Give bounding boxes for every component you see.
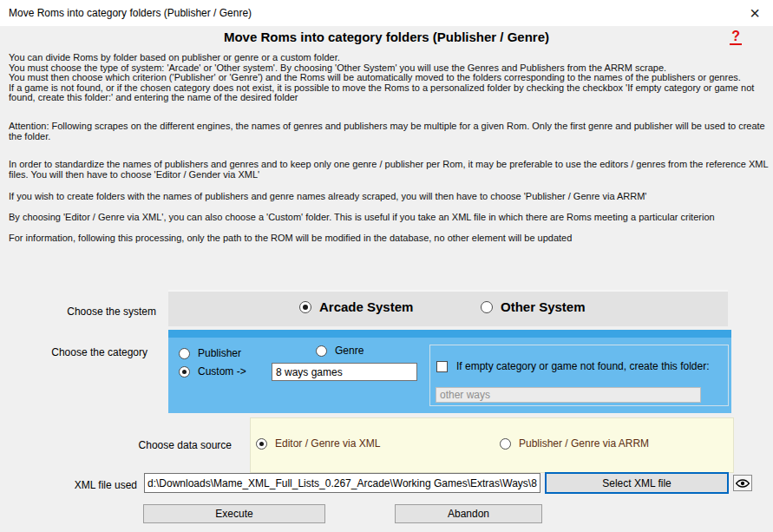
eye-icon xyxy=(736,478,750,489)
description-text: You can divide Roms by folder based on p… xyxy=(9,53,769,243)
xml-file-used-label: XML file used xyxy=(0,479,137,491)
system-panel: Arcade System Other System xyxy=(168,290,728,326)
radio-other-system-label: Other System xyxy=(501,299,586,314)
radio-publisher-genre-arrm-label: Publisher / Genre via ARRM xyxy=(519,437,649,450)
radio-button-icon xyxy=(500,438,511,450)
radio-button-icon xyxy=(179,366,190,378)
paragraph-custom-note: By choosing 'Editor / Genre via XML', yo… xyxy=(9,213,769,223)
radio-arcade-system-label: Arcade System xyxy=(319,299,413,314)
radio-custom-label: Custom -> xyxy=(198,365,246,378)
radio-editor-genre-xml[interactable]: Editor / Genre via XML xyxy=(256,437,380,450)
select-xml-file-button[interactable]: Select XML file xyxy=(545,472,729,494)
paragraph-attention: Attention: Following scrapes on the diff… xyxy=(9,122,769,141)
data-source-panel: Editor / Genre via XML Publisher / Genre… xyxy=(250,417,734,473)
checkbox-icon xyxy=(436,361,448,372)
paragraph-standardize: In order to standardize the names of pub… xyxy=(9,160,769,180)
radio-button-icon xyxy=(481,301,493,313)
empty-category-checkbox-row[interactable]: If empty category or game not found, cre… xyxy=(436,360,710,372)
choose-category-label: Choose the category xyxy=(9,346,147,358)
category-panel-header-strip xyxy=(168,330,731,338)
radio-other-system[interactable]: Other System xyxy=(481,299,586,314)
view-xml-button[interactable] xyxy=(733,475,752,491)
empty-category-checkbox-label: If empty category or game not found, cre… xyxy=(456,360,710,372)
window-title: Move Roms into category folders (Publish… xyxy=(9,7,252,19)
intro-line-4: If a game is not found, or if the chosen… xyxy=(9,83,769,103)
intro-line-1: You can divide Roms by folder based on p… xyxy=(9,53,769,63)
dialog-window: Move Roms into category folders (Publish… xyxy=(0,0,773,532)
radio-editor-genre-xml-label: Editor / Genre via XML xyxy=(275,437,380,450)
fallback-folder-panel: If empty category or game not found, cre… xyxy=(429,345,729,406)
page-title: Move Roms into category folders (Publish… xyxy=(0,30,773,44)
fallback-folder-input[interactable] xyxy=(436,387,701,403)
radio-publisher-genre-arrm[interactable]: Publisher / Genre via ARRM xyxy=(500,437,649,450)
xml-path-input[interactable] xyxy=(144,473,540,493)
choose-system-label: Choose the system xyxy=(17,305,156,318)
custom-folder-input[interactable] xyxy=(272,363,417,381)
radio-arcade-system[interactable]: Arcade System xyxy=(299,299,413,314)
radio-publisher-label: Publisher xyxy=(198,347,241,359)
close-icon[interactable]: × xyxy=(744,2,766,24)
radio-button-icon xyxy=(316,345,327,357)
choose-data-source-label: Choose data source xyxy=(93,439,232,451)
paragraph-info: For information, following this processi… xyxy=(9,233,769,244)
category-panel: Publisher Genre Custom -> If empty categ… xyxy=(168,330,731,413)
execute-button[interactable]: Execute xyxy=(143,504,325,523)
radio-publisher[interactable]: Publisher xyxy=(179,347,241,359)
paragraph-scraped: If you wish to create folders with the n… xyxy=(9,192,769,202)
help-icon[interactable]: ? xyxy=(730,29,742,45)
radio-custom[interactable]: Custom -> xyxy=(179,365,246,378)
radio-genre[interactable]: Genre xyxy=(316,345,364,357)
radio-button-icon xyxy=(179,348,190,359)
title-bar: Move Roms into category folders (Publish… xyxy=(0,0,773,26)
radio-genre-label: Genre xyxy=(335,345,364,357)
radio-button-icon xyxy=(256,438,267,450)
abandon-button[interactable]: Abandon xyxy=(395,504,542,523)
radio-button-icon xyxy=(299,301,311,313)
